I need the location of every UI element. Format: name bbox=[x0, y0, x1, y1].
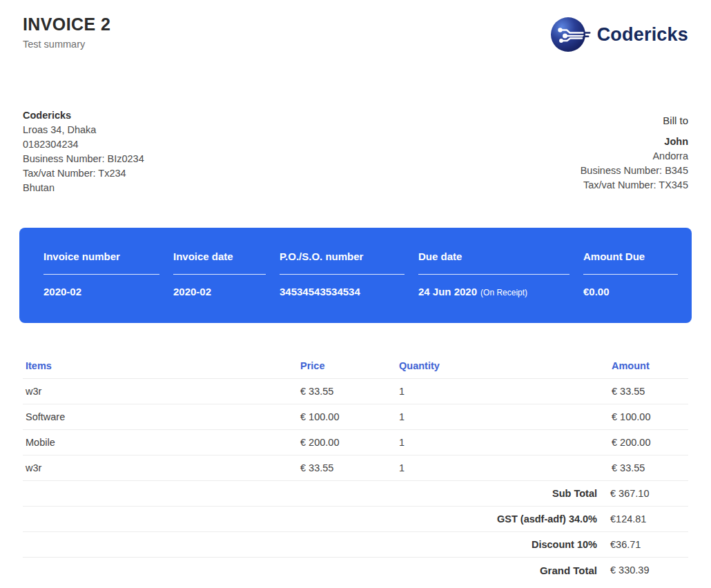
field-divider bbox=[173, 274, 266, 275]
client-name: John bbox=[581, 135, 688, 149]
banner-field-amount-due: Amount Due €0.00 bbox=[583, 250, 678, 323]
item-name: w3r bbox=[23, 462, 300, 473]
amount-due-value: €0.00 bbox=[583, 285, 678, 299]
logo-text: Codericks bbox=[597, 24, 688, 46]
banner-field-invoice-number: Invoice number 2020-02 bbox=[43, 250, 159, 323]
due-date-value: 24 Jun 2020(On Receipt) bbox=[418, 285, 569, 300]
invoice-date-value: 2020-02 bbox=[173, 285, 266, 299]
grand-total-label: Grand Total bbox=[23, 565, 597, 576]
company-address-block: Codericks Lroas 34, Dhaka 0182304234 Bus… bbox=[23, 108, 144, 195]
gst-value: €124.81 bbox=[610, 513, 688, 525]
item-price: € 200.00 bbox=[300, 437, 399, 448]
column-header-items: Items bbox=[23, 360, 300, 371]
field-label: Invoice date bbox=[173, 250, 266, 264]
column-header-amount: Amount bbox=[612, 360, 688, 371]
table-row: Software € 100.00 1 € 100.00 bbox=[23, 404, 688, 430]
gst-label: GST (asdf-adf) 34.0% bbox=[23, 513, 597, 525]
field-label: Amount Due bbox=[583, 250, 678, 264]
item-name: Mobile bbox=[23, 437, 300, 448]
column-header-price: Price bbox=[300, 360, 399, 371]
column-header-quantity: Quantity bbox=[399, 360, 612, 371]
item-quantity: 1 bbox=[399, 437, 612, 448]
company-logo: Codericks bbox=[550, 17, 688, 52]
item-name: w3r bbox=[23, 386, 300, 397]
banner-field-po-number: P.O./S.O. number 34534543534534 bbox=[280, 250, 405, 323]
item-quantity: 1 bbox=[399, 462, 612, 473]
company-country: Bhutan bbox=[23, 181, 144, 195]
banner-field-due-date: Due date 24 Jun 2020(On Receipt) bbox=[418, 250, 569, 323]
banner-field-invoice-date: Invoice date 2020-02 bbox=[173, 250, 266, 323]
field-label: P.O./S.O. number bbox=[280, 250, 405, 264]
item-price: € 100.00 bbox=[300, 411, 399, 422]
item-name: Software bbox=[23, 411, 300, 422]
invoice-number-value: 2020-02 bbox=[43, 285, 159, 299]
company-business-number: Business Number: BIz0234 bbox=[23, 152, 144, 166]
grand-total-row: Grand Total € 330.39 bbox=[23, 558, 688, 582]
item-amount: € 200.00 bbox=[612, 437, 688, 448]
discount-value: €36.71 bbox=[610, 539, 688, 550]
client-tax-number: Tax/vat Number: TX345 bbox=[581, 178, 688, 193]
due-date-text: 24 Jun 2020 bbox=[418, 286, 477, 297]
item-quantity: 1 bbox=[399, 386, 612, 397]
company-phone: 0182304234 bbox=[23, 137, 144, 152]
client-country: Andorra bbox=[581, 149, 688, 164]
field-divider bbox=[280, 274, 405, 275]
item-price: € 33.55 bbox=[300, 462, 399, 473]
items-table-header: Items Price Quantity Amount bbox=[23, 353, 688, 379]
title-block: INVOICE 2 Test summary bbox=[23, 15, 110, 50]
company-tax-number: Tax/vat Number: Tx234 bbox=[23, 166, 144, 181]
codericks-logo-icon bbox=[550, 17, 592, 52]
subtotal-row: Sub Total € 367.10 bbox=[23, 481, 688, 507]
items-table: Items Price Quantity Amount w3r € 33.55 … bbox=[23, 353, 688, 481]
table-row: Mobile € 200.00 1 € 200.00 bbox=[23, 430, 688, 455]
invoice-summary-banner: Invoice number 2020-02 Invoice date 2020… bbox=[19, 228, 692, 323]
invoice-subtitle: Test summary bbox=[23, 39, 110, 50]
table-row: w3r € 33.55 1 € 33.55 bbox=[23, 379, 688, 404]
gst-row: GST (asdf-adf) 34.0% €124.81 bbox=[23, 507, 688, 532]
grand-total-value: € 330.39 bbox=[610, 565, 688, 576]
bill-to-label: Bill to bbox=[581, 113, 688, 128]
company-name: Codericks bbox=[23, 108, 144, 123]
addresses-section: Codericks Lroas 34, Dhaka 0182304234 Bus… bbox=[23, 108, 688, 195]
invoice-page: INVOICE 2 Test summary bbox=[0, 15, 711, 582]
item-quantity: 1 bbox=[399, 411, 612, 422]
field-divider bbox=[418, 274, 569, 275]
bill-to-block: Bill to John Andorra Business Number: B3… bbox=[581, 108, 688, 195]
company-address-line: Lroas 34, Dhaka bbox=[23, 123, 144, 137]
due-date-note: (On Receipt) bbox=[480, 288, 527, 297]
po-number-value: 34534543534534 bbox=[280, 285, 405, 299]
item-amount: € 33.55 bbox=[612, 386, 688, 397]
subtotal-value: € 367.10 bbox=[610, 488, 688, 499]
page-title: INVOICE 2 bbox=[23, 15, 110, 33]
totals-section: Sub Total € 367.10 GST (asdf-adf) 34.0% … bbox=[23, 481, 688, 582]
item-amount: € 100.00 bbox=[612, 411, 688, 422]
discount-row: Discount 10% €36.71 bbox=[23, 532, 688, 558]
field-label: Due date bbox=[418, 250, 569, 264]
table-row: w3r € 33.55 1 € 33.55 bbox=[23, 455, 688, 481]
item-price: € 33.55 bbox=[300, 386, 399, 397]
subtotal-label: Sub Total bbox=[23, 488, 597, 499]
field-divider bbox=[43, 274, 159, 275]
invoice-header: INVOICE 2 Test summary bbox=[23, 15, 688, 53]
client-business-number: Business Number: B345 bbox=[581, 164, 688, 178]
field-label: Invoice number bbox=[43, 250, 159, 264]
discount-label: Discount 10% bbox=[23, 539, 597, 550]
field-divider bbox=[583, 274, 678, 275]
item-amount: € 33.55 bbox=[612, 462, 688, 473]
